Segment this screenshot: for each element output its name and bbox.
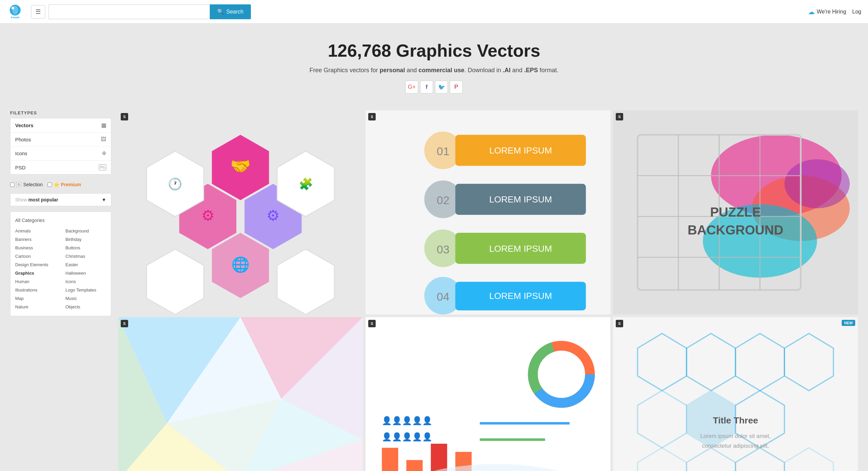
category-item[interactable]: Design Elements — [10, 260, 61, 269]
category-item[interactable]: Music — [61, 294, 111, 303]
twitter-button[interactable]: 🐦 — [435, 81, 448, 93]
svg-point-37 — [784, 159, 850, 208]
svg-text:🧩: 🧩 — [299, 177, 313, 191]
search-area: 🔍 Search — [49, 4, 251, 19]
sidebar: FILETYPES Vectors ▦ Photos 🖼 Icons ✤ PSD… — [10, 110, 111, 471]
pinterest-button[interactable]: P — [450, 81, 463, 93]
image-card[interactable]: S 👤👤👤👤👤 👤👤👤👤👤 World Map — [366, 317, 610, 471]
category-item[interactable]: Map — [10, 294, 61, 303]
hiring-link[interactable]: ☁ We're Hiring — [808, 8, 846, 16]
search-input[interactable] — [49, 4, 210, 19]
category-item[interactable]: Human — [10, 277, 61, 286]
selection-checkbox-label[interactable]: S Selection — [10, 182, 43, 187]
selection-badge: S — [616, 320, 623, 327]
google-plus-button[interactable]: G+ — [405, 81, 418, 93]
svg-text:01: 01 — [437, 145, 450, 158]
image-card[interactable]: S 01 LOREM IPSUM 02 LOREM IPSUM 03 LOREM… — [366, 110, 610, 314]
filetype-list: Vectors ▦ Photos 🖼 Icons ✤ PSD Ps — [10, 118, 111, 174]
image-card[interactable]: S — [118, 317, 363, 471]
photos-icon: 🖼 — [101, 136, 106, 142]
main-content: FILETYPES Vectors ▦ Photos 🖼 Icons ✤ PSD… — [0, 104, 868, 471]
svg-text:🤝: 🤝 — [230, 157, 251, 176]
cloud-upload-icon: ☁ — [808, 8, 815, 16]
svg-marker-81 — [784, 448, 833, 471]
premium-checkbox[interactable] — [48, 183, 52, 187]
svg-marker-79 — [687, 448, 735, 471]
selection-badge: S — [121, 113, 128, 120]
hero-section: 126,768 Graphics Vectors Free Graphics v… — [0, 24, 868, 104]
hero-subtitle: Free Graphics vectors for personal and c… — [7, 67, 861, 74]
page-title: 126,768 Graphics Vectors — [7, 40, 861, 61]
filetype-psd[interactable]: PSD Ps — [10, 161, 111, 174]
svg-text:04: 04 — [437, 290, 450, 303]
pinterest-icon: P — [454, 84, 458, 90]
svg-marker-78 — [638, 448, 687, 471]
category-item[interactable]: Nature — [10, 303, 61, 311]
category-item[interactable]: Cartoon — [10, 252, 61, 260]
social-share: G+ f 🐦 P — [405, 81, 463, 93]
category-item[interactable]: Birthday — [61, 235, 111, 244]
category-item[interactable]: Christmas — [61, 252, 111, 260]
category-item[interactable]: Business — [10, 244, 61, 252]
selection-checkbox[interactable] — [10, 183, 15, 187]
image-card[interactable]: S PUZZLE BACKGROUND — [613, 110, 858, 314]
filetype-icons[interactable]: Icons ✤ — [10, 146, 111, 161]
svg-text:Lorem ipsum dolor sit amet,: Lorem ipsum dolor sit amet, — [700, 433, 771, 439]
category-item[interactable]: Icons — [61, 277, 111, 286]
category-item[interactable]: Logo Templates — [61, 286, 111, 294]
svg-marker-11 — [277, 249, 334, 314]
category-item[interactable]: Illustrations — [10, 286, 61, 294]
selection-icon: S — [16, 182, 22, 187]
filter-row: S Selection ⭐ Premium — [10, 179, 111, 190]
category-item[interactable]: Objects — [61, 303, 111, 311]
category-item[interactable]: Easter — [61, 260, 111, 269]
selection-badge: S — [368, 320, 376, 327]
category-item[interactable]: Banners — [10, 235, 61, 244]
svg-text:🌐: 🌐 — [231, 256, 250, 273]
category-item[interactable]: Animals — [10, 227, 61, 235]
svg-text:PUZZLE: PUZZLE — [710, 205, 761, 219]
svg-text:consectetur adipiscing elit,: consectetur adipiscing elit, — [702, 443, 769, 449]
category-item[interactable]: Graphics — [10, 269, 61, 277]
svg-text:⚙: ⚙ — [201, 207, 214, 224]
svg-marker-80 — [735, 448, 784, 471]
sort-label: Show most popular — [15, 197, 58, 202]
search-icon: 🔍 — [217, 8, 224, 15]
svg-marker-10 — [147, 249, 204, 314]
hamburger-button[interactable]: ☰ — [31, 5, 45, 19]
facebook-button[interactable]: f — [420, 81, 433, 93]
header-right: ☁ We're Hiring Log — [808, 8, 861, 16]
sort-dropdown[interactable]: Show most popular ▼ — [10, 193, 111, 206]
search-button[interactable]: 🔍 Search — [210, 4, 251, 19]
twitter-icon: 🐦 — [438, 84, 445, 91]
filetypes-label: FILETYPES — [10, 110, 111, 115]
svg-text:03: 03 — [437, 243, 450, 256]
svg-marker-75 — [638, 391, 687, 448]
freepik-logo: freepik — [7, 3, 24, 20]
login-link[interactable]: Log — [852, 9, 861, 15]
premium-star-icon: ⭐ — [54, 182, 59, 187]
image-card[interactable]: S NEW Title Three Lorem ipsum dolor sit … — [613, 317, 858, 471]
selection-badge: S — [616, 113, 623, 120]
image-card[interactable]: S 🤝 ⚙ ⚙ 🌐 🕐 🧩 — [118, 110, 363, 314]
selection-badge: S — [121, 320, 128, 327]
svg-text:LOREM IPSUM: LOREM IPSUM — [489, 244, 552, 254]
logo-area: freepik — [7, 3, 26, 20]
facebook-icon: f — [426, 84, 428, 90]
filetype-photos[interactable]: Photos 🖼 — [10, 133, 111, 146]
header: freepik ☰ 🔍 Search ☁ We're Hiring Log — [0, 0, 868, 24]
category-item[interactable]: Halloween — [61, 269, 111, 277]
categories-grid: AnimalsBackgroundBannersBirthdayBusiness… — [10, 225, 111, 312]
selection-badge: S — [368, 113, 376, 120]
premium-checkbox-label[interactable]: ⭐ Premium — [48, 182, 81, 187]
svg-text:LOREM IPSUM: LOREM IPSUM — [489, 145, 552, 156]
category-item[interactable]: Buttons — [61, 244, 111, 252]
categories-section: All Categories AnimalsBackgroundBannersB… — [10, 212, 111, 316]
filetype-vectors[interactable]: Vectors ▦ — [10, 118, 111, 133]
google-plus-icon: G+ — [408, 84, 415, 90]
category-item[interactable]: Background — [61, 227, 111, 235]
hamburger-icon: ☰ — [35, 8, 41, 16]
svg-text:BACKGROUND: BACKGROUND — [688, 223, 783, 237]
svg-text:LOREM IPSUM: LOREM IPSUM — [489, 291, 552, 301]
all-categories-item[interactable]: All Categories — [10, 215, 111, 225]
